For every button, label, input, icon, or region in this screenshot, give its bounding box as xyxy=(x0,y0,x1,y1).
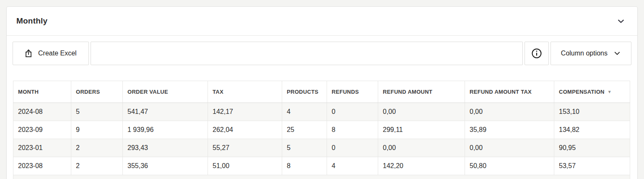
table-row-partial xyxy=(13,175,630,179)
table-cell: 541,47 xyxy=(123,103,208,121)
column-header-label: PRODUCTS xyxy=(287,89,318,95)
table-cell: 262,04 xyxy=(208,121,282,139)
column-header-refunds[interactable]: REFUNDS xyxy=(327,81,378,103)
table-container: MONTHORDERSORDER VALUETAXPRODUCTSREFUNDS… xyxy=(13,81,631,179)
column-header-label: MONTH xyxy=(18,89,39,95)
table-cell: 142,17 xyxy=(208,103,282,121)
export-icon xyxy=(24,48,33,58)
table-cell: 2024-08 xyxy=(13,103,71,121)
chevron-down-icon xyxy=(617,17,625,25)
toolbar-spacer xyxy=(91,42,523,65)
column-options-button[interactable]: Column options xyxy=(551,42,631,65)
table-cell: 55,27 xyxy=(208,139,282,157)
column-header-orders[interactable]: ORDERS xyxy=(71,81,123,103)
table-cell: 1 939,96 xyxy=(123,121,208,139)
column-header-label: COMPENSATION xyxy=(559,89,605,95)
toolbar: Create Excel Column options xyxy=(13,42,631,65)
column-header-label: REFUND AMOUNT TAX xyxy=(470,89,532,95)
table-cell: 35,89 xyxy=(465,121,554,139)
table-cell: 134,82 xyxy=(554,121,630,139)
monthly-panel: Monthly Create Excel Column options xyxy=(6,6,638,179)
column-header-label: ORDER VALUE xyxy=(127,89,168,95)
table-cell: 5 xyxy=(282,139,327,157)
table-cell: 9 xyxy=(71,121,123,139)
column-header-label: ORDERS xyxy=(76,89,100,95)
table-cell: 2023-01 xyxy=(13,139,71,157)
table-cell: 299,11 xyxy=(378,121,465,139)
table-cell: 51,00 xyxy=(208,157,282,175)
table-cell: 2023-09 xyxy=(13,121,71,139)
column-header-order-value[interactable]: ORDER VALUE xyxy=(123,81,208,103)
info-icon xyxy=(531,47,543,59)
table-header-row: MONTHORDERSORDER VALUETAXPRODUCTSREFUNDS… xyxy=(13,81,630,103)
table-cell: 355,36 xyxy=(123,157,208,175)
create-excel-button[interactable]: Create Excel xyxy=(13,42,89,65)
table-cell: 4 xyxy=(327,157,378,175)
table-cell: 0,00 xyxy=(378,139,465,157)
table-row: 2023-082355,3651,0084142,2050,8053,57 xyxy=(13,157,630,175)
table-cell: 8 xyxy=(282,157,327,175)
table-cell: 5 xyxy=(71,103,123,121)
table-cell: 53,57 xyxy=(554,157,630,175)
table-cell: 0,00 xyxy=(465,103,554,121)
table-cell: 142,20 xyxy=(378,157,465,175)
table-row: 2023-012293,4355,27500,000,0090,95 xyxy=(13,139,630,157)
table-cell: 2 xyxy=(71,157,123,175)
table-cell: 25 xyxy=(282,121,327,139)
table-cell: 8 xyxy=(327,121,378,139)
info-button[interactable] xyxy=(525,42,549,65)
table-cell: 2023-08 xyxy=(13,157,71,175)
create-excel-label: Create Excel xyxy=(38,50,77,57)
column-header-label: REFUND AMOUNT xyxy=(383,89,432,95)
column-header-label: TAX xyxy=(213,89,223,95)
panel-collapse-button[interactable] xyxy=(615,15,627,27)
chevron-down-icon xyxy=(613,50,621,57)
table-cell: 50,80 xyxy=(465,157,554,175)
table-cell: 90,95 xyxy=(554,139,630,157)
table-cell: 0 xyxy=(327,139,378,157)
column-header-compensation[interactable]: COMPENSATION▼ xyxy=(554,81,630,103)
sort-desc-icon: ▼ xyxy=(608,90,612,94)
table-cell: 0,00 xyxy=(465,139,554,157)
table-cell: 293,43 xyxy=(123,139,208,157)
column-options-label: Column options xyxy=(561,50,608,57)
table-cell: 0 xyxy=(327,103,378,121)
column-header-products[interactable]: PRODUCTS xyxy=(282,81,327,103)
table-cell: 4 xyxy=(282,103,327,121)
table-cell: 2 xyxy=(71,139,123,157)
panel-title: Monthly xyxy=(16,16,47,26)
column-header-tax[interactable]: TAX xyxy=(208,81,282,103)
monthly-table: MONTHORDERSORDER VALUETAXPRODUCTSREFUNDS… xyxy=(13,81,630,179)
column-header-refund-amount[interactable]: REFUND AMOUNT xyxy=(378,81,465,103)
column-header-label: REFUNDS xyxy=(332,89,359,95)
table-cell: 153,10 xyxy=(554,103,630,121)
table-row: 2023-0991 939,96262,04258299,1135,89134,… xyxy=(13,121,630,139)
table-row: 2024-085541,47142,17400,000,00153,10 xyxy=(13,103,630,121)
table-cell: 0,00 xyxy=(378,103,465,121)
column-header-refund-amount-tax[interactable]: REFUND AMOUNT TAX xyxy=(465,81,554,103)
panel-header: Monthly xyxy=(7,7,637,36)
column-header-month[interactable]: MONTH xyxy=(13,81,71,103)
